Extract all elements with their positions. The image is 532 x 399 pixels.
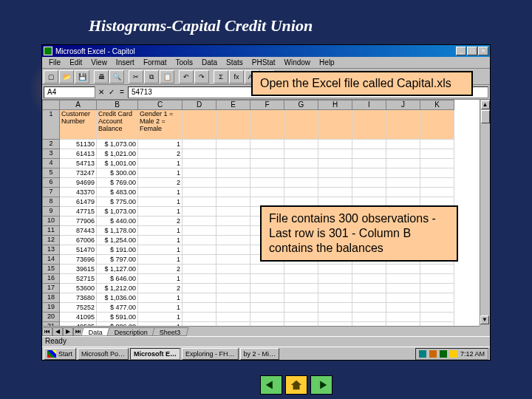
menu-item-view[interactable]: View xyxy=(87,58,111,66)
cell[interactable] xyxy=(216,110,250,140)
scroll-up-button[interactable]: ▲ xyxy=(481,100,490,109)
start-button[interactable]: Start xyxy=(44,348,76,360)
cell[interactable]: 51470 xyxy=(60,245,97,255)
row-header[interactable]: 19 xyxy=(42,303,60,313)
cell[interactable]: 73247 xyxy=(60,168,97,178)
cell[interactable] xyxy=(250,284,284,293)
cell[interactable] xyxy=(352,274,386,284)
cell[interactable] xyxy=(318,274,352,284)
cell[interactable]: 43370 xyxy=(60,188,97,197)
taskbar-button[interactable]: by 2 - Mi… xyxy=(240,348,280,360)
cell[interactable] xyxy=(284,168,318,178)
cell[interactable]: $ 1,021.00 xyxy=(97,149,138,159)
cell[interactable] xyxy=(216,293,250,303)
cell[interactable] xyxy=(216,168,250,178)
cell[interactable] xyxy=(183,274,216,284)
cell[interactable] xyxy=(183,255,216,265)
close-button[interactable]: × xyxy=(478,47,488,55)
cell[interactable] xyxy=(318,149,352,159)
cell[interactable] xyxy=(216,197,250,207)
cell[interactable]: $ 1,178.00 xyxy=(97,226,138,236)
cell[interactable] xyxy=(183,140,216,149)
minimize-button[interactable]: _ xyxy=(456,47,466,55)
undo-button[interactable]: ↶ xyxy=(179,70,194,83)
cell[interactable] xyxy=(386,284,420,293)
cell[interactable] xyxy=(318,110,352,140)
cell[interactable] xyxy=(216,226,250,236)
cell[interactable]: Gender 1 = Male 2 = Female xyxy=(138,110,183,140)
cell[interactable] xyxy=(250,110,284,140)
cell[interactable] xyxy=(284,159,318,168)
cell[interactable]: $ 1,073.00 xyxy=(97,140,138,149)
cell[interactable] xyxy=(386,168,420,178)
cell[interactable]: $ 191.00 xyxy=(97,245,138,255)
cell[interactable] xyxy=(216,178,250,188)
cell[interactable]: 53600 xyxy=(60,284,97,293)
tab-prev-button[interactable]: ◀ xyxy=(52,327,63,336)
cell[interactable]: 1 xyxy=(138,303,183,313)
cell[interactable] xyxy=(284,265,318,274)
cell[interactable]: 1 xyxy=(138,197,183,207)
cell[interactable]: $ 300.00 xyxy=(97,168,138,178)
paste-button[interactable]: 📋 xyxy=(160,70,174,83)
cell[interactable] xyxy=(284,293,318,303)
cell[interactable] xyxy=(216,303,250,313)
cell[interactable] xyxy=(284,284,318,293)
cell[interactable]: $ 769.00 xyxy=(97,178,138,188)
cell[interactable] xyxy=(386,178,420,188)
cell[interactable] xyxy=(352,110,386,140)
cell[interactable]: 2 xyxy=(138,284,183,293)
cell[interactable]: 61479 xyxy=(60,197,97,207)
cell[interactable] xyxy=(183,236,216,245)
redo-button[interactable]: ↷ xyxy=(194,70,209,83)
cell[interactable] xyxy=(318,178,352,188)
cell[interactable] xyxy=(183,207,216,216)
cell[interactable]: $ 483.00 xyxy=(97,188,138,197)
next-slide-button[interactable] xyxy=(310,375,332,395)
cell[interactable] xyxy=(250,178,284,188)
cell[interactable]: 77906 xyxy=(60,216,97,226)
cut-button[interactable]: ✂ xyxy=(129,70,143,83)
cell[interactable] xyxy=(420,149,454,159)
cell[interactable] xyxy=(250,140,284,149)
cell[interactable] xyxy=(250,265,284,274)
cell[interactable]: 2 xyxy=(138,178,183,188)
cell[interactable]: 54713 xyxy=(60,159,97,168)
cell[interactable]: 1 xyxy=(138,245,183,255)
row-header[interactable]: 6 xyxy=(42,178,60,188)
preview-button[interactable]: 🔍 xyxy=(109,70,124,83)
cell[interactable] xyxy=(352,303,386,313)
cell[interactable]: 2 xyxy=(138,265,183,274)
cell[interactable] xyxy=(352,159,386,168)
cell[interactable]: 1 xyxy=(138,313,183,322)
cell[interactable] xyxy=(420,265,454,274)
cell[interactable]: $ 477.00 xyxy=(97,303,138,313)
cell[interactable] xyxy=(386,265,420,274)
cell[interactable] xyxy=(250,313,284,322)
row-header[interactable]: 20 xyxy=(42,313,60,322)
cell[interactable] xyxy=(420,168,454,178)
cell[interactable] xyxy=(420,303,454,313)
autosum-button[interactable]: Σ xyxy=(214,70,228,83)
cell[interactable] xyxy=(216,188,250,197)
open-button[interactable]: 📂 xyxy=(59,70,74,83)
row-header[interactable]: 12 xyxy=(42,236,60,245)
cell[interactable] xyxy=(318,140,352,149)
cell[interactable]: $ 440.00 xyxy=(97,216,138,226)
cell[interactable] xyxy=(420,178,454,188)
tray-icon[interactable] xyxy=(440,350,447,358)
taskbar-button[interactable]: Exploring - FH… xyxy=(182,348,239,360)
tray-icon[interactable] xyxy=(429,350,437,358)
cell[interactable] xyxy=(284,149,318,159)
row-header[interactable]: 10 xyxy=(42,216,60,226)
column-header-G[interactable]: G xyxy=(284,100,318,110)
cell[interactable] xyxy=(216,236,250,245)
cell[interactable]: $ 1,073.00 xyxy=(97,207,138,216)
cell[interactable] xyxy=(352,265,386,274)
cell[interactable] xyxy=(284,178,318,188)
column-header-D[interactable]: D xyxy=(183,100,216,110)
sheet-tab-description[interactable]: Description xyxy=(106,327,155,336)
cell[interactable] xyxy=(420,188,454,197)
cell[interactable] xyxy=(352,168,386,178)
row-header[interactable]: 5 xyxy=(42,168,60,178)
